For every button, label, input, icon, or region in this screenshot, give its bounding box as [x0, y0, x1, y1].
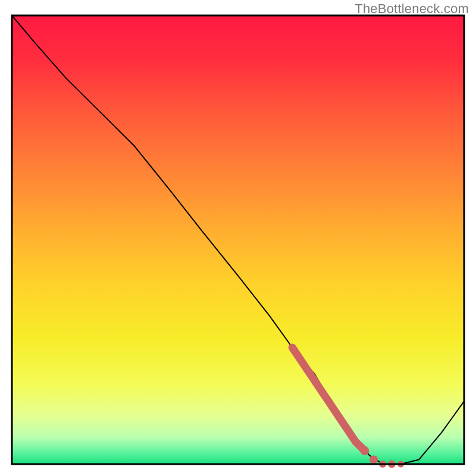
- plot-area: [12, 15, 464, 468]
- gradient-background: [12, 15, 464, 464]
- highlight-dot: [360, 446, 369, 455]
- chart-container: TheBottleneck.com: [0, 0, 476, 476]
- watermark-text: TheBottleneck.com: [355, 1, 469, 17]
- highlight-dot: [369, 456, 378, 464]
- bottleneck-chart: [0, 0, 476, 476]
